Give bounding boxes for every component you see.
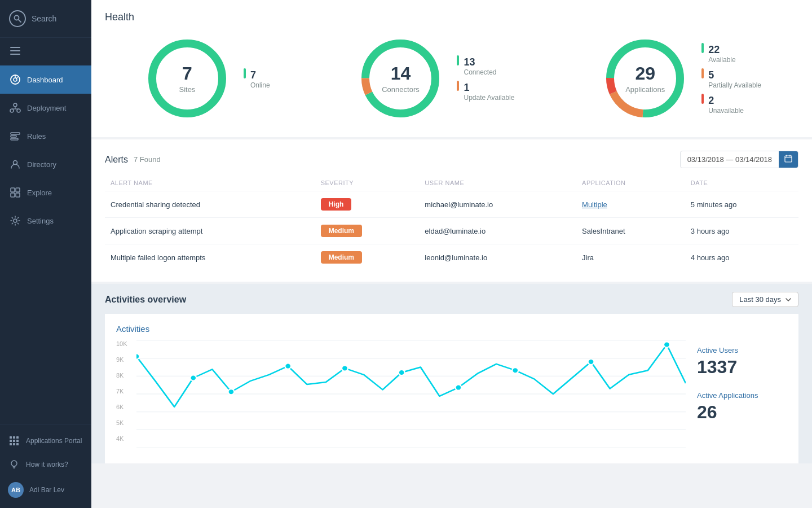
sidebar-item-dashboard[interactable]: Dashboard — [0, 65, 91, 94]
date-range-text: 03/13/2018 — 03/14/2018 — [681, 152, 779, 167]
alert-severity: Medium — [315, 244, 420, 271]
sidebar-item-rules[interactable]: Rules — [0, 122, 91, 150]
svg-rect-17 — [11, 138, 18, 140]
connectors-update-label: Update Available — [464, 94, 514, 102]
search-label: Search — [32, 14, 56, 23]
user-profile-nav[interactable]: AB Adi Bar Lev — [0, 476, 91, 503]
directory-icon — [9, 158, 21, 170]
sidebar-item-settings[interactable]: Settings — [0, 207, 91, 235]
activities-header: Activities overview Last 30 days — [105, 292, 798, 307]
applications-legend: 22 Available 5 Partially Available — [701, 43, 761, 115]
svg-point-62 — [664, 342, 670, 348]
svg-rect-20 — [16, 188, 20, 192]
svg-rect-3 — [10, 50, 20, 51]
col-alert-name: Alert Name — [105, 176, 315, 191]
lightbulb-icon — [8, 458, 20, 471]
sidebar: Search Dashboard — [0, 0, 91, 508]
legend-item-connected: 13 Connected — [457, 55, 514, 76]
svg-point-11 — [17, 109, 20, 112]
alerts-section: Alerts 7 Found 03/13/2018 — 03/14/2018 — [91, 139, 812, 282]
svg-rect-28 — [13, 440, 15, 442]
main-content: Health 7 Sites 7 — [91, 0, 812, 508]
date-range-picker[interactable]: 03/13/2018 — 03/14/2018 — [680, 151, 798, 168]
sidebar-item-label-settings: Settings — [27, 217, 54, 225]
activities-card-title: Activities — [116, 324, 787, 334]
legend-item-online: 7 Online — [244, 68, 270, 89]
applications-donut: 29 Applications — [600, 33, 690, 124]
svg-rect-19 — [11, 188, 15, 192]
health-section: Health 7 Sites 7 — [91, 0, 812, 137]
svg-rect-25 — [13, 436, 15, 439]
activities-card: Activities 10K 9K 8K 7K 6K 5K 4K — [105, 314, 798, 463]
how-it-works-label: How it works? — [26, 461, 68, 468]
table-row: Credential sharing detected High michael… — [105, 191, 798, 218]
sidebar-item-deployment[interactable]: Deployment — [0, 94, 91, 122]
chart-svg — [136, 340, 686, 453]
last-30-dropdown[interactable]: Last 30 days — [732, 292, 798, 307]
table-row: Application scraping attempt Medium elda… — [105, 218, 798, 244]
svg-rect-15 — [11, 133, 20, 134]
active-applications-label: Active Applications — [697, 391, 787, 400]
alert-name: Application scraping attempt — [105, 218, 315, 244]
svg-rect-29 — [16, 440, 19, 442]
svg-rect-4 — [10, 54, 20, 55]
active-users-value: 1337 — [697, 357, 787, 378]
hamburger-icon[interactable] — [0, 38, 91, 65]
svg-point-59 — [456, 385, 462, 391]
col-severity: Severity — [315, 176, 420, 191]
explore-icon — [9, 186, 21, 199]
how-it-works-nav[interactable]: How it works? — [0, 453, 91, 476]
alert-date: 5 minutes ago — [685, 191, 798, 218]
sidebar-item-explore[interactable]: Explore — [0, 178, 91, 207]
svg-point-56 — [285, 364, 291, 369]
alerts-title: Alerts — [105, 155, 128, 165]
svg-rect-21 — [11, 193, 15, 197]
col-user-name: User Name — [419, 176, 576, 191]
svg-rect-30 — [10, 443, 12, 445]
legend-bar-unavailable — [701, 94, 704, 104]
svg-line-1 — [19, 20, 21, 23]
applications-portal-nav[interactable]: Applications Portal — [0, 429, 91, 453]
legend-item-unavailable: 2 Unavailable — [701, 94, 761, 115]
svg-rect-22 — [16, 193, 20, 197]
svg-rect-32 — [16, 443, 19, 445]
alert-date: 3 hours ago — [685, 218, 798, 244]
svg-rect-2 — [10, 47, 20, 48]
alerts-count: 7 Found — [134, 155, 161, 164]
alert-application[interactable]: Multiple — [576, 191, 685, 218]
connectors-connected-label: Connected — [464, 68, 496, 76]
apps-unavailable-label: Unavailable — [708, 107, 744, 115]
search-icon — [9, 10, 26, 27]
applications-label: Applications — [625, 85, 665, 94]
search-nav-item[interactable]: Search — [0, 0, 91, 38]
settings-icon — [9, 214, 21, 227]
col-date: Date — [685, 176, 798, 191]
svg-rect-31 — [13, 443, 15, 445]
sidebar-nav: Dashboard Deployment — [0, 65, 91, 424]
svg-rect-16 — [11, 135, 16, 137]
svg-rect-26 — [16, 436, 19, 439]
alert-user: leonid@luminate.io — [419, 244, 576, 271]
connectors-connected-count: 13 — [464, 56, 496, 68]
legend-bar-partial — [701, 68, 704, 78]
svg-point-60 — [512, 367, 518, 373]
alerts-table: Alert Name Severity User Name Applicatio… — [105, 176, 798, 270]
legend-item-update: 1 Update Available — [457, 81, 514, 102]
apps-partial-count: 5 — [708, 69, 761, 81]
dashboard-icon — [9, 73, 21, 86]
calendar-icon[interactable] — [779, 151, 798, 168]
sidebar-bottom: Applications Portal How it works? AB Adi… — [0, 424, 91, 508]
sites-donut: 7 Sites — [142, 33, 232, 124]
sidebar-item-directory[interactable]: Directory — [0, 150, 91, 178]
connectors-update-count: 1 — [464, 82, 514, 94]
svg-rect-42 — [785, 156, 792, 162]
alert-name: Credential sharing detected — [105, 191, 315, 218]
connectors-number: 14 — [382, 63, 419, 84]
deployment-icon — [9, 102, 21, 114]
table-row: Multiple failed logon attempts Medium le… — [105, 244, 798, 271]
sidebar-item-label-dashboard: Dashboard — [27, 76, 63, 84]
svg-point-9 — [14, 103, 17, 107]
sidebar-item-label-rules: Rules — [27, 132, 46, 141]
sidebar-item-label-explore: Explore — [27, 189, 52, 197]
sites-number: 7 — [179, 63, 195, 84]
